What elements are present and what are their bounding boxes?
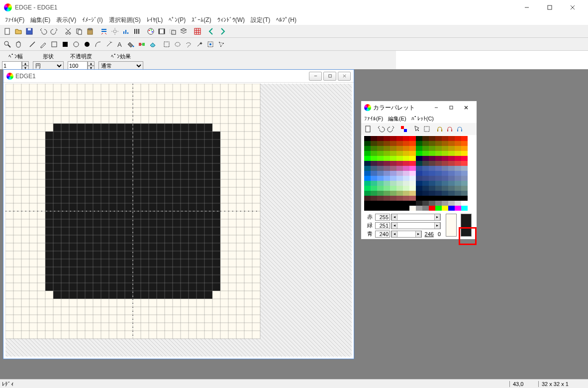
palette-color-cell[interactable] xyxy=(416,181,422,186)
palette-color-cell[interactable] xyxy=(371,206,377,211)
palette-color-cell[interactable] xyxy=(384,136,390,141)
palette-select-icon[interactable] xyxy=(422,125,431,133)
palette-color-cell[interactable] xyxy=(409,191,416,196)
palette-color-cell[interactable] xyxy=(409,141,416,146)
palette-color-cell[interactable] xyxy=(442,201,448,206)
palette-color-cell[interactable] xyxy=(448,146,455,151)
palette-headphones1-icon[interactable] xyxy=(435,125,444,133)
layers-icon[interactable] xyxy=(179,26,189,36)
palette-color-cell[interactable] xyxy=(448,191,455,196)
menu-settings[interactable]: 設定(T) xyxy=(248,15,273,25)
palette-color-cell[interactable] xyxy=(390,176,396,181)
palette-color-cell[interactable] xyxy=(461,206,468,211)
rect-fill-icon[interactable] xyxy=(60,39,70,49)
circle-fill-icon[interactable] xyxy=(82,39,92,49)
select-color-icon[interactable] xyxy=(205,39,215,49)
palette-color-cell[interactable] xyxy=(435,151,442,156)
palette-color-cell[interactable] xyxy=(384,161,390,166)
onion-icon[interactable] xyxy=(168,26,178,36)
select-lasso-icon[interactable] xyxy=(184,39,194,49)
palette-color-cell[interactable] xyxy=(409,166,416,171)
palette-color-cell[interactable] xyxy=(377,191,384,196)
palette-color-cell[interactable] xyxy=(435,171,442,176)
palette-color-cell[interactable] xyxy=(390,136,396,141)
palette-color-cell[interactable] xyxy=(429,146,435,151)
palette-color-cell[interactable] xyxy=(422,161,429,166)
palette-color-cell[interactable] xyxy=(455,186,461,191)
palette-color-cell[interactable] xyxy=(377,196,384,201)
palette-color-cell[interactable] xyxy=(422,201,429,206)
pencil-icon[interactable] xyxy=(38,39,48,49)
palette-color-cell[interactable] xyxy=(409,196,416,201)
palette-color-cell[interactable] xyxy=(364,176,371,181)
hand-icon[interactable] xyxy=(13,39,23,49)
palette-color-cell[interactable] xyxy=(442,146,448,151)
palette-color-cell[interactable] xyxy=(403,201,409,206)
palette-color-cell[interactable] xyxy=(461,156,468,161)
palette-color-cell[interactable] xyxy=(435,166,442,171)
palette-color-cell[interactable] xyxy=(448,186,455,191)
palette-color-cell[interactable] xyxy=(422,151,429,156)
palette-color-cell[interactable] xyxy=(461,201,468,206)
palette-color-cell[interactable] xyxy=(429,181,435,186)
palette-color-cell[interactable] xyxy=(448,171,455,176)
palette-color-cell[interactable] xyxy=(455,156,461,161)
palette-color-cell[interactable] xyxy=(409,161,416,166)
palette-color-cell[interactable] xyxy=(396,186,403,191)
palette-color-cell[interactable] xyxy=(442,206,448,211)
palette-color-grid[interactable] xyxy=(361,135,477,213)
palette-color-cell[interactable] xyxy=(429,166,435,171)
select-ellipse-icon[interactable] xyxy=(173,39,183,49)
palette-minimize-button[interactable] xyxy=(429,102,444,114)
palette-color-cell[interactable] xyxy=(403,141,409,146)
palette-swatch-icon[interactable] xyxy=(399,125,408,133)
palette-color-cell[interactable] xyxy=(429,141,435,146)
palette-color-cell[interactable] xyxy=(377,136,384,141)
palette-color-cell[interactable] xyxy=(390,201,396,206)
palette-color-cell[interactable] xyxy=(461,196,468,201)
palette-color-cell[interactable] xyxy=(403,151,409,156)
palette-color-cell[interactable] xyxy=(455,161,461,166)
palette-color-cell[interactable] xyxy=(416,151,422,156)
palette-color-cell[interactable] xyxy=(442,166,448,171)
menu-view[interactable]: 表示(V) xyxy=(53,15,79,25)
palette-color-cell[interactable] xyxy=(409,176,416,181)
eq-transform-icon[interactable] xyxy=(99,26,109,36)
palette-color-cell[interactable] xyxy=(435,186,442,191)
palette-color-cell[interactable] xyxy=(435,201,442,206)
menu-window[interactable]: ｳｨﾝﾄﾞｳ(W) xyxy=(214,15,248,24)
palette-color-cell[interactable] xyxy=(384,191,390,196)
palette-color-cell[interactable] xyxy=(384,166,390,171)
palette-color-cell[interactable] xyxy=(429,171,435,176)
maximize-button[interactable] xyxy=(538,0,561,15)
undo-icon[interactable] xyxy=(38,26,48,36)
palette-color-cell[interactable] xyxy=(364,146,371,151)
palette-color-cell[interactable] xyxy=(429,136,435,141)
palette-color-cell[interactable] xyxy=(396,161,403,166)
palette-close-button[interactable] xyxy=(459,102,474,114)
palette-color-cell[interactable] xyxy=(377,141,384,146)
palette-color-cell[interactable] xyxy=(377,176,384,181)
palette-color-cell[interactable] xyxy=(364,171,371,176)
palette-color-cell[interactable] xyxy=(461,166,468,171)
palette-color-cell[interactable] xyxy=(435,191,442,196)
palette-color-cell[interactable] xyxy=(364,201,371,206)
paste-icon[interactable] xyxy=(85,26,95,36)
arrow-left-icon[interactable] xyxy=(206,26,216,36)
palette-color-cell[interactable] xyxy=(396,166,403,171)
palette-color-cell[interactable] xyxy=(384,206,390,211)
palette-color-cell[interactable] xyxy=(364,186,371,191)
palette-color-cell[interactable] xyxy=(416,141,422,146)
palette-color-cell[interactable] xyxy=(384,171,390,176)
palette-color-cell[interactable] xyxy=(461,161,468,166)
palette-color-cell[interactable] xyxy=(409,151,416,156)
doc-maximize-button[interactable] xyxy=(323,72,336,81)
palette-color-cell[interactable] xyxy=(377,151,384,156)
palette-color-cell[interactable] xyxy=(384,141,390,146)
palette-color-cell[interactable] xyxy=(371,181,377,186)
palette-color-cell[interactable] xyxy=(455,176,461,181)
palette-color-cell[interactable] xyxy=(384,146,390,151)
palette-color-cell[interactable] xyxy=(461,141,468,146)
palette-color-cell[interactable] xyxy=(403,171,409,176)
palette-color-cell[interactable] xyxy=(396,176,403,181)
